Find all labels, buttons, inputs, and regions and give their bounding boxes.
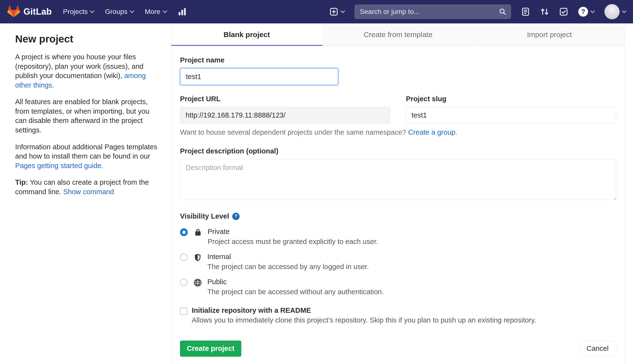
readme-label: Initialize repository with a README	[192, 306, 536, 314]
project-slug-label: Project slug	[406, 95, 616, 103]
gitlab-logo-icon	[7, 5, 20, 18]
nav-groups[interactable]: Groups	[105, 8, 134, 16]
project-description-input[interactable]	[180, 159, 616, 200]
new-menu-button[interactable]	[330, 7, 344, 16]
sidebar-intro-paragraph: A project is where you house your files …	[15, 52, 159, 90]
visibility-level-label: Visibility Level	[180, 212, 229, 220]
user-menu-button[interactable]	[604, 4, 626, 19]
chevron-down-icon	[130, 8, 134, 13]
tab-blank-project[interactable]: Blank project	[171, 24, 322, 46]
shield-icon	[193, 253, 202, 262]
help-icon: ?	[578, 7, 588, 16]
project-url-label: Project URL	[180, 95, 390, 103]
readme-desc: Allows you to immediately clone this pro…	[192, 316, 536, 325]
readme-option-text: Initialize repository with a README Allo…	[192, 306, 536, 325]
pages-text: Information about additional Pages templ…	[15, 143, 157, 160]
private-option-name: Private	[208, 227, 378, 236]
new-project-panel: Blank project Create from template Impor…	[171, 24, 625, 364]
nav-more[interactable]: More	[145, 8, 167, 16]
project-name-label: Project name	[180, 56, 616, 64]
pages-text-end: .	[101, 162, 103, 170]
visibility-option-internal[interactable]: Internal The project can be accessed by …	[180, 252, 616, 272]
private-option-text: Private Project access must be granted e…	[208, 227, 378, 246]
nav-projects-label: Projects	[63, 8, 88, 16]
top-navbar: GitLab Projects Groups More	[0, 0, 633, 24]
nav-groups-label: Groups	[105, 8, 128, 16]
gitlab-home-link[interactable]: GitLab	[7, 5, 52, 18]
create-group-link[interactable]: Create a group.	[408, 128, 457, 136]
public-option-name: Public	[207, 278, 384, 286]
navbar-right: ?	[330, 4, 626, 19]
visibility-help-icon[interactable]: ?	[232, 213, 240, 220]
chevron-down-icon	[341, 8, 345, 13]
brand-name: GitLab	[24, 6, 52, 17]
pages-guide-link[interactable]: Pages getting started guide	[15, 162, 101, 170]
todos-icon[interactable]	[559, 7, 568, 16]
new-project-page: New project A project is where you house…	[0, 24, 633, 364]
project-url-column: Project URL	[180, 95, 390, 124]
sidebar-pages-paragraph: Information about additional Pages templ…	[15, 142, 159, 170]
chevron-down-icon	[90, 8, 94, 13]
search-icon	[499, 8, 506, 15]
analytics-chart-icon[interactable]	[178, 7, 187, 16]
project-url-input[interactable]	[180, 107, 390, 124]
merge-requests-icon[interactable]	[540, 7, 549, 16]
project-description-label: Project description (optional)	[180, 147, 616, 155]
avatar	[604, 4, 619, 19]
show-command-link[interactable]: Show command	[63, 188, 114, 196]
chevron-down-icon	[622, 8, 626, 13]
project-tabs: Blank project Create from template Impor…	[171, 24, 625, 46]
tab-create-from-template[interactable]: Create from template	[322, 24, 474, 46]
url-slug-row: Project URL Project slug	[180, 95, 616, 124]
cancel-button[interactable]: Cancel	[579, 341, 616, 356]
intro-text-end: .	[52, 81, 54, 89]
public-option-desc: The project can be accessed without any …	[207, 288, 384, 297]
internal-option-text: Internal The project can be accessed by …	[207, 252, 369, 272]
sidebar-features-paragraph: All features are enabled for blank proje…	[15, 97, 159, 135]
namespace-hint: Want to house several dependent projects…	[180, 128, 616, 136]
tip-paragraph: Tip: You can also create a project from …	[15, 178, 159, 196]
tip-label: Tip:	[15, 178, 28, 186]
visibility-level-header: Visibility Level ?	[180, 212, 616, 220]
blank-project-form: Project name Project URL Project slug Wa…	[171, 46, 625, 364]
lock-icon	[194, 228, 202, 237]
project-slug-input[interactable]	[406, 107, 616, 124]
internal-radio[interactable]	[180, 254, 188, 261]
create-project-button[interactable]: Create project	[180, 340, 241, 357]
page-title: New project	[15, 33, 159, 45]
main-nav: Projects Groups More	[63, 7, 187, 16]
issues-icon[interactable]	[521, 7, 530, 16]
nav-more-label: More	[145, 8, 160, 16]
search-input[interactable]	[359, 8, 499, 16]
project-slug-column: Project slug	[406, 95, 616, 124]
public-radio[interactable]	[180, 278, 188, 286]
plus-square-icon	[330, 7, 338, 16]
form-actions: Create project Cancel	[180, 340, 616, 357]
chevron-down-icon	[590, 8, 595, 13]
visibility-option-public[interactable]: Public The project can be accessed witho…	[180, 278, 616, 297]
globe-icon	[193, 278, 202, 287]
tab-import-project[interactable]: Import project	[474, 24, 625, 46]
internal-option-desc: The project can be accessed by any logge…	[207, 262, 369, 272]
private-option-desc: Project access must be granted explicitl…	[208, 237, 378, 246]
initialize-readme-option[interactable]: Initialize repository with a README Allo…	[180, 306, 616, 325]
internal-option-name: Internal	[207, 252, 369, 261]
new-project-sidebar: New project A project is where you house…	[0, 24, 171, 204]
project-name-input[interactable]	[180, 68, 338, 85]
nav-projects[interactable]: Projects	[63, 8, 94, 16]
global-search[interactable]	[355, 5, 511, 19]
public-option-text: Public The project can be accessed witho…	[207, 278, 384, 297]
readme-checkbox[interactable]	[180, 308, 187, 315]
namespace-hint-text: Want to house several dependent projects…	[180, 128, 406, 136]
private-radio[interactable]	[180, 228, 188, 236]
help-menu-button[interactable]: ?	[578, 7, 594, 16]
chevron-down-icon	[163, 8, 167, 13]
visibility-option-private[interactable]: Private Project access must be granted e…	[180, 227, 616, 246]
